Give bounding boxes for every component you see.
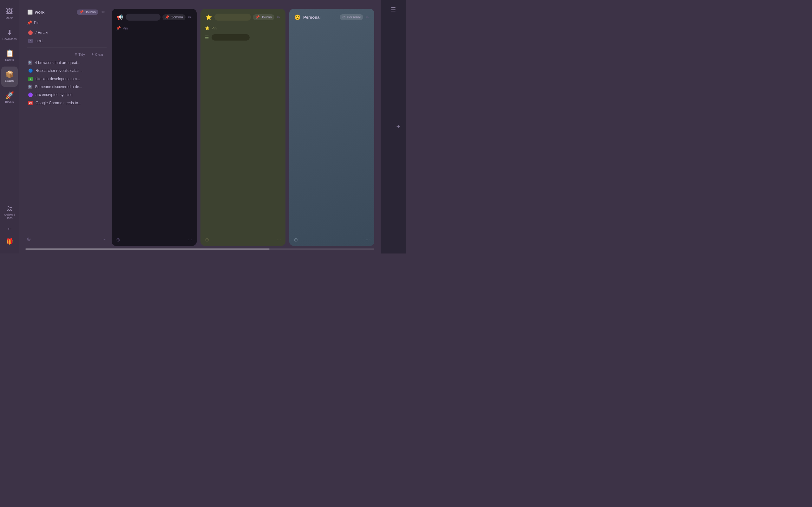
tab-favicon: 🔵 <box>28 68 33 73</box>
tidy-button[interactable]: ⬆ Tidy <box>72 52 87 57</box>
olive-card-title-bar <box>214 14 251 20</box>
sidebar-item-archived[interactable]: 🗂 Archived Tabs <box>1 202 18 222</box>
tab-title: Google Chrome needs to... <box>36 101 105 105</box>
pin-icon: 📌 <box>116 26 121 31</box>
pin-label: Pin <box>212 26 217 30</box>
work-panel-edit[interactable]: ✏ <box>100 9 107 15</box>
gift-icon: 🎁 <box>6 238 13 245</box>
tidy-clear-row: ⬆ Tidy ⬇ Clear <box>26 50 108 59</box>
badge-text: Journo <box>261 15 272 19</box>
olive-card-badge[interactable]: 📌 Journo <box>253 14 274 20</box>
dark-card-edit[interactable]: ✏ <box>188 14 192 20</box>
olive-pinned-item[interactable]: ☰ <box>200 32 286 43</box>
olive-card-icon: ⭐ <box>205 13 212 21</box>
olive-card-edit[interactable]: ✏ <box>276 14 281 20</box>
personal-move-icon[interactable]: ⊕ <box>294 237 298 243</box>
dark-card-pin: 📌 Pin <box>112 24 197 32</box>
pin-icon: 📌 <box>27 20 32 25</box>
olive-move-icon[interactable]: ⊕ <box>205 237 209 243</box>
tabs-list: 🔍 4 browsers that are great... 🔵 Researc… <box>26 59 108 232</box>
pin-label: Pin <box>34 20 39 25</box>
pinned-bar <box>212 34 250 41</box>
list-icon: ☰ <box>205 35 209 40</box>
badge-text: Journo <box>85 10 96 14</box>
dark-space-card: 📢 📌 Qomma ✏ 📌 Pin ⊕ ··· <box>112 9 197 246</box>
work-pin-section: 📌 Pin <box>26 18 108 27</box>
clear-label: Clear <box>95 53 103 56</box>
tab-xda[interactable]: X site:xda-developers.com... <box>26 75 108 83</box>
spaces-container: ⬜ work 📌 Journo ✏ 📌 Pin / Emaki <box>19 0 380 246</box>
next-section[interactable]: n next <box>26 37 108 45</box>
personal-space-card: 😊 Personal 🗂 Personal ✏ ⊕ ··· <box>289 9 374 246</box>
menu-icon: ☰ <box>391 6 396 13</box>
tab-title: 4 browsers that are great... <box>35 60 105 65</box>
menu-button[interactable]: ☰ <box>388 4 399 15</box>
dark-card-badge[interactable]: 📌 Qomma <box>162 14 186 20</box>
tab-favicon <box>28 92 33 97</box>
right-panel: ☰ + <box>380 0 406 253</box>
tab-browsers[interactable]: 🔍 4 browsers that are great... <box>26 59 108 66</box>
dark-move-icon[interactable]: ⊕ <box>116 237 120 243</box>
main-content: ⬜ work 📌 Journo ✏ 📌 Pin / Emaki <box>19 0 380 253</box>
tab-title: Researcher reveals 'catas... <box>36 68 105 73</box>
olive-card-header: ⭐ 📌 Journo ✏ <box>200 9 286 24</box>
tab-favicon: 🔍 <box>28 84 32 89</box>
sidebar-item-easels[interactable]: 📋 Easels <box>1 46 18 66</box>
dark-more-icon[interactable]: ··· <box>188 237 192 243</box>
tidy-icon: ⬆ <box>74 52 78 56</box>
tab-favicon: X <box>28 76 33 81</box>
olive-more-icon[interactable]: ··· <box>277 237 281 243</box>
sidebar-item-label: Archived Tabs <box>1 213 18 220</box>
gift-button[interactable]: 🎁 <box>4 236 15 247</box>
work-divider <box>27 48 107 48</box>
sidebar-item-spaces[interactable]: 📦 Spaces <box>1 66 18 87</box>
clear-button[interactable]: ⬇ Clear <box>90 52 105 57</box>
personal-more-icon[interactable]: ··· <box>366 237 370 243</box>
add-icon: + <box>397 123 401 131</box>
add-space-button[interactable]: + <box>394 122 403 131</box>
personal-card-icon: 😊 <box>294 13 301 21</box>
sidebar-item-boosts[interactable]: 🚀 Boosts <box>1 88 18 108</box>
boosts-icon: 🚀 <box>5 92 14 99</box>
work-move-icon[interactable]: ⊕ <box>27 236 31 242</box>
tab-favicon: AV <box>28 101 33 106</box>
olive-card-content <box>200 43 286 233</box>
emaki-favicon <box>28 30 33 35</box>
scrollbar-track[interactable] <box>26 248 374 250</box>
dark-card-header: 📢 📌 Qomma ✏ <box>112 9 197 24</box>
work-panel-header: ⬜ work 📌 Journo ✏ <box>26 9 108 18</box>
next-favicon: n <box>28 38 33 43</box>
tab-discovered[interactable]: 🔍 Someone discovered a de... <box>26 83 108 91</box>
badge-icon: 🗂 <box>342 15 346 19</box>
badge-icon: 📌 <box>165 15 169 19</box>
sidebar-item-media[interactable]: 🖼 Media <box>1 4 18 24</box>
work-panel-title: work <box>35 10 75 14</box>
pinned-emaki[interactable]: / Emaki <box>26 29 108 37</box>
personal-card-edit[interactable]: ✏ <box>365 14 370 20</box>
easels-icon: 📋 <box>5 50 14 57</box>
personal-title: Personal <box>303 15 338 20</box>
olive-card-pin: ⭐ Pin <box>200 24 286 32</box>
pin-icon: ⭐ <box>205 26 210 31</box>
tidy-label: Tidy <box>78 53 85 56</box>
work-panel-footer: ⊕ ··· <box>26 232 108 246</box>
badge-icon: 📌 <box>255 15 260 19</box>
pin-label: Pin <box>123 26 128 30</box>
tab-chrome[interactable]: AV Google Chrome needs to... <box>26 99 108 107</box>
tab-title: Someone discovered a de... <box>35 84 105 89</box>
downloads-icon: ⬇ <box>7 29 12 36</box>
work-panel-badge[interactable]: 📌 Journo <box>77 9 98 15</box>
dark-card-content <box>112 32 197 233</box>
work-more-icon[interactable]: ··· <box>102 236 107 242</box>
dark-card-icon: 📢 <box>116 13 124 21</box>
bottom-scrollbar-container <box>19 246 380 252</box>
scrollbar-thumb <box>26 248 270 250</box>
sidebar-item-downloads[interactable]: ⬇ Downloads <box>1 25 18 45</box>
sidebar-bottom: ← 🎁 <box>4 223 15 250</box>
media-icon: 🖼 <box>6 8 13 15</box>
emaki-title: / Emaki <box>36 31 105 35</box>
tab-arc-syncing[interactable]: arc encrypted syncing <box>26 91 108 99</box>
back-button[interactable]: ← <box>4 223 15 234</box>
personal-badge[interactable]: 🗂 Personal <box>340 14 363 20</box>
tab-researcher[interactable]: 🔵 Researcher reveals 'catas... <box>26 66 108 75</box>
